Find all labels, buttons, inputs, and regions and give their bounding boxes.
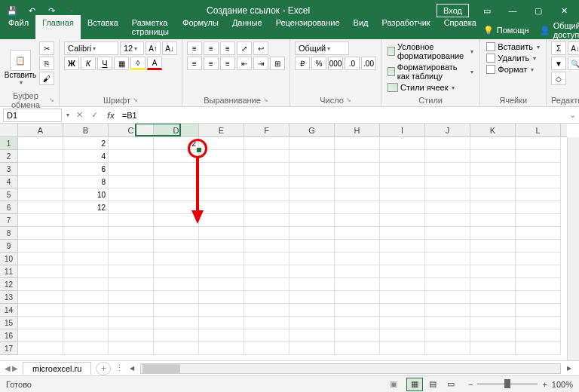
cell[interactable] (63, 342, 109, 355)
enter-formula-icon[interactable]: ✓ (87, 109, 101, 122)
fill-color-icon[interactable]: ◊ (130, 57, 146, 70)
number-launcher-icon[interactable]: ↘ (346, 96, 351, 103)
cell[interactable] (63, 304, 109, 317)
cell[interactable] (380, 253, 425, 265)
cell[interactable] (244, 253, 290, 265)
cell[interactable] (154, 176, 199, 188)
row-header[interactable]: 15 (0, 317, 17, 329)
fx-icon[interactable]: fx (104, 111, 118, 120)
cell[interactable] (290, 137, 335, 150)
italic-icon[interactable]: К (81, 57, 96, 70)
decrease-indent-icon[interactable]: ⇤ (237, 57, 252, 70)
cell[interactable] (109, 291, 154, 304)
increase-indent-icon[interactable]: ⇥ (253, 57, 268, 70)
cell[interactable] (516, 201, 561, 214)
cut-icon[interactable]: ✂ (39, 41, 54, 55)
cell[interactable] (425, 163, 470, 176)
cell[interactable] (244, 176, 290, 188)
col-header[interactable]: G (290, 124, 335, 136)
cell[interactable] (18, 265, 63, 278)
cell[interactable] (290, 188, 335, 201)
zoom-out-icon[interactable]: − (468, 380, 473, 389)
format-as-table-button[interactable]: Форматировать как таблицу▾ (386, 62, 475, 81)
cell[interactable] (335, 150, 380, 163)
cell[interactable] (199, 342, 244, 355)
cell[interactable] (109, 176, 154, 188)
cell[interactable] (18, 176, 63, 188)
cell[interactable] (154, 201, 199, 214)
cell[interactable] (244, 278, 290, 291)
col-header[interactable]: B (63, 124, 109, 136)
cell[interactable] (244, 227, 290, 240)
cell[interactable] (516, 240, 561, 253)
row-header[interactable]: 8 (0, 227, 17, 240)
hscroll-left-icon[interactable]: ◀ (127, 364, 137, 373)
sheet-nav-next-icon[interactable]: ▶ (12, 364, 18, 372)
cell[interactable] (18, 150, 63, 163)
cell[interactable] (470, 188, 516, 201)
comma-icon[interactable]: 000 (328, 57, 343, 70)
cell[interactable] (199, 214, 244, 227)
cell[interactable] (516, 329, 561, 342)
cell[interactable] (154, 278, 199, 291)
cell[interactable] (380, 278, 425, 291)
merge-icon[interactable]: ⊞ (270, 57, 285, 70)
cell[interactable] (470, 137, 516, 150)
cell[interactable] (154, 227, 199, 240)
cell[interactable] (109, 317, 154, 329)
cell[interactable] (425, 150, 470, 163)
row-header[interactable]: 17 (0, 342, 17, 355)
select-all-corner[interactable] (0, 124, 18, 137)
align-bottom-icon[interactable]: ≡ (220, 41, 235, 55)
row-header[interactable]: 1 (0, 137, 17, 150)
cell[interactable] (199, 265, 244, 278)
cell[interactable] (63, 253, 109, 265)
cell[interactable] (109, 265, 154, 278)
bold-icon[interactable]: Ж (64, 57, 79, 70)
cell[interactable] (470, 253, 516, 265)
view-normal-icon[interactable]: ▦ (406, 378, 423, 391)
cell[interactable] (516, 214, 561, 227)
sheet-nav-prev-icon[interactable]: ◀ (5, 364, 11, 372)
view-layout-icon[interactable]: ▤ (424, 378, 441, 391)
cell[interactable] (516, 253, 561, 265)
cell[interactable] (380, 291, 425, 304)
row-header[interactable]: 3 (0, 163, 17, 176)
cell[interactable] (109, 342, 154, 355)
cell[interactable] (380, 201, 425, 214)
cell[interactable] (199, 304, 244, 317)
cell[interactable] (109, 227, 154, 240)
align-left-icon[interactable]: ≡ (187, 57, 202, 70)
view-pagebreak-icon[interactable]: ▭ (443, 378, 459, 391)
cell[interactable] (290, 201, 335, 214)
cell[interactable] (199, 176, 244, 188)
cell[interactable] (290, 317, 335, 329)
cell[interactable] (380, 317, 425, 329)
cell[interactable] (63, 291, 109, 304)
cell[interactable] (380, 150, 425, 163)
fill-handle[interactable] (197, 148, 201, 152)
cell[interactable] (516, 342, 561, 355)
tab-рецензирование[interactable]: Рецензирование (269, 15, 347, 39)
align-top-icon[interactable]: ≡ (187, 41, 202, 55)
cell[interactable] (470, 278, 516, 291)
tab-вставка[interactable]: Вставка (81, 15, 125, 39)
cell[interactable] (516, 278, 561, 291)
cell[interactable] (199, 240, 244, 253)
cell[interactable] (470, 176, 516, 188)
cell[interactable] (18, 317, 63, 329)
cell[interactable] (199, 317, 244, 329)
zoom-slider[interactable] (477, 383, 538, 385)
copy-icon[interactable]: ⎘ (39, 57, 54, 70)
cell[interactable] (244, 188, 290, 201)
col-header[interactable]: C (109, 124, 154, 136)
col-header[interactable]: A (18, 124, 63, 136)
cell[interactable] (335, 342, 380, 355)
col-header[interactable]: F (244, 124, 290, 136)
cell[interactable] (290, 253, 335, 265)
cell[interactable] (109, 137, 154, 150)
cell[interactable] (244, 291, 290, 304)
cell[interactable] (516, 176, 561, 188)
cell[interactable] (425, 291, 470, 304)
cell[interactable] (109, 304, 154, 317)
